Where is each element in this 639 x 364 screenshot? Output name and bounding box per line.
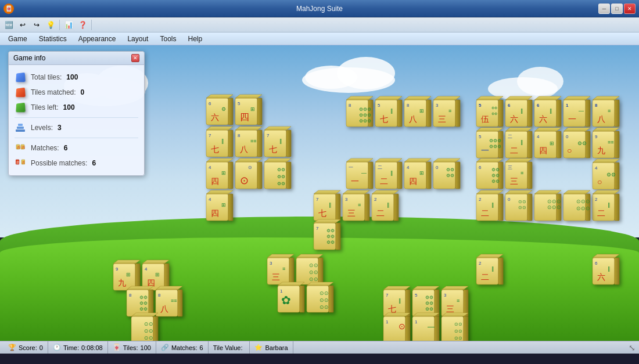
matches-label: Matches:	[31, 144, 59, 152]
svg-text:⚙⚙: ⚙⚙	[425, 301, 433, 306]
svg-text:六: 六	[597, 273, 605, 282]
menu-help[interactable]: Help	[182, 34, 208, 44]
svg-text:≡: ≡	[448, 108, 451, 114]
svg-text:⊙⊙: ⊙⊙	[518, 199, 526, 204]
tiles-left-row: Tiles left: 100	[15, 100, 138, 115]
svg-text:八: 八	[597, 115, 605, 124]
svg-text:四: 四	[22, 161, 25, 164]
svg-text:4: 4	[145, 266, 148, 272]
tile-group-top-left: 6 六 ⚙ 5 四 ⊞	[206, 95, 262, 125]
menu-appearance[interactable]: Appearance	[73, 34, 122, 44]
total-tiles-value: 100	[66, 73, 78, 81]
svg-text:八: 八	[240, 145, 248, 154]
svg-text:一: 一	[481, 146, 489, 155]
svg-text:‖: ‖	[390, 170, 393, 176]
svg-text:⊙⊙⊙: ⊙⊙⊙	[576, 206, 590, 211]
svg-text:⊙⊙: ⊙⊙	[309, 276, 318, 282]
tile-group-mid-h: 一 一 — 二 二 ‖ 4 四 ⊞	[346, 158, 460, 189]
svg-text:二: 二	[481, 209, 489, 218]
svg-text:⊞: ⊞	[419, 108, 424, 114]
svg-text:六: 六	[211, 113, 219, 122]
game-info-close-button[interactable]: ✕	[131, 54, 139, 62]
svg-text:‖: ‖	[608, 266, 611, 272]
svg-text:⚙⚙: ⚙⚙	[491, 112, 497, 116]
menu-statistics[interactable]: Statistics	[33, 34, 73, 44]
svg-text:⊙: ⊙	[399, 322, 405, 331]
levels-label: Levels:	[31, 124, 53, 132]
svg-text:—: —	[428, 323, 435, 331]
svg-text:⊙⊙: ⊙⊙	[454, 329, 462, 334]
score-label: Score:	[19, 344, 37, 351]
svg-text:2: 2	[374, 197, 377, 202]
minimize-button[interactable]: ─	[598, 3, 610, 14]
svg-text:≡≡: ≡≡	[171, 298, 177, 304]
svg-text:8: 8	[595, 103, 598, 108]
svg-text:⊙⊙: ⊙⊙	[454, 322, 462, 327]
svg-text:七: 七	[388, 305, 396, 313]
svg-text:⊞: ⊞	[221, 202, 226, 208]
svg-marker-84	[206, 95, 233, 98]
svg-text:一: 一	[351, 177, 359, 186]
svg-text:8: 8	[158, 293, 161, 298]
svg-marker-17	[505, 96, 532, 100]
svg-text:‖: ‖	[221, 138, 224, 144]
svg-marker-301	[314, 219, 340, 223]
svg-rect-271	[435, 316, 439, 341]
svg-rect-169	[527, 162, 532, 189]
tile-group-right-row2: 5 一 ⚙⚙⚙ ⚙⚙⚙ 二 二 ‖ 4 四 ⊞	[476, 128, 590, 158]
svg-rect-212	[318, 258, 323, 284]
menu-game[interactable]: Game	[2, 34, 33, 44]
toolbar-redo[interactable]: ↪	[30, 19, 43, 31]
toolbar-hint[interactable]: 💡	[44, 19, 57, 31]
svg-text:8: 8	[407, 103, 410, 108]
svg-text:0: 0	[436, 165, 439, 170]
menu-tools[interactable]: Tools	[154, 34, 182, 44]
svg-marker-295	[372, 190, 399, 194]
toolbar-chart[interactable]: 📊	[62, 19, 75, 31]
svg-rect-300	[336, 223, 340, 250]
svg-text:八: 八	[160, 305, 168, 313]
svg-text:‖: ‖	[550, 108, 552, 114]
svg-text:四: 四	[21, 146, 25, 149]
svg-text:⚙⚙: ⚙⚙	[139, 307, 148, 312]
svg-text:⊙⊙: ⊙⊙	[309, 269, 318, 275]
svg-text:‖: ‖	[520, 108, 523, 114]
svg-rect-276	[464, 316, 468, 341]
possible-matches-row: 四 四 Possible matches: 6	[15, 156, 138, 171]
svg-text:⊞: ⊞	[126, 272, 131, 277]
tiles-status-label: Tiles:	[123, 344, 138, 351]
window-controls: ─ □ ✕	[598, 3, 636, 14]
svg-text:5: 5	[238, 101, 240, 106]
svg-rect-223	[329, 286, 333, 312]
svg-text:二: 二	[597, 209, 605, 218]
svg-rect-53	[557, 131, 561, 158]
tile-group-mid-bottom: 3 三 ≡ ⊙⊙ ⊙⊙ ⊙⊙ 1 ✿	[267, 254, 333, 312]
svg-text:⚙⚙: ⚙⚙	[326, 240, 335, 245]
matches-status-icon: 🔗	[161, 344, 169, 351]
svg-rect-288	[365, 194, 369, 221]
svg-text:8: 8	[129, 293, 132, 298]
svg-text:⚙⚙: ⚙⚙	[446, 167, 454, 172]
svg-text:二: 二	[508, 134, 512, 139]
svg-marker-170	[505, 158, 532, 162]
svg-text:⚙⚙⚙: ⚙⚙⚙	[359, 107, 371, 112]
svg-text:⊙⊙: ⊙⊙	[320, 297, 329, 303]
svg-text:‖: ‖	[390, 108, 393, 114]
resize-handle[interactable]: ⤡	[629, 343, 636, 352]
menu-layout[interactable]: Layout	[121, 34, 154, 44]
toolbar-undo[interactable]: ↩	[16, 19, 29, 31]
svg-rect-22	[557, 100, 561, 127]
toolbar-new[interactable]: 🆕	[2, 19, 15, 31]
svg-marker-320	[235, 158, 262, 162]
svg-rect-9	[498, 100, 503, 127]
svg-text:⚙⚙: ⚙⚙	[491, 106, 497, 110]
maximize-button[interactable]: □	[611, 3, 623, 14]
svg-text:⚙⚙: ⚙⚙	[326, 228, 335, 233]
svg-text:8: 8	[349, 103, 351, 108]
close-button[interactable]: ✕	[624, 3, 636, 14]
time-icon: 🕐	[53, 344, 61, 351]
toolbar-help[interactable]: ❓	[76, 19, 89, 31]
tile-group-right-col: 9 九 ≡≡ 4 ○ ⚙⚙ 2 二 ‖	[593, 128, 619, 221]
svg-text:四: 四	[17, 146, 20, 149]
svg-text:二: 二	[380, 177, 388, 186]
